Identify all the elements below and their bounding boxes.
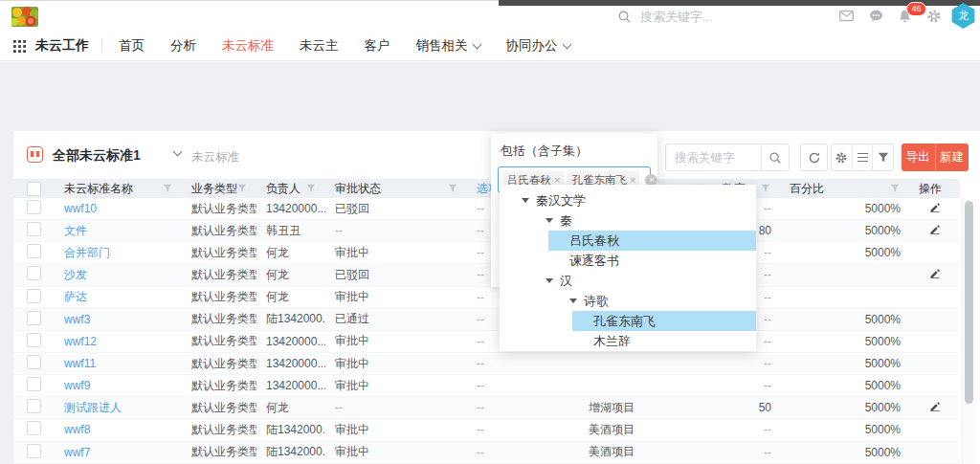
cell-status: -- (325, 224, 467, 237)
tree-expand-caret-icon[interactable] (569, 298, 577, 303)
row-checkbox[interactable] (27, 333, 41, 347)
nav-item-7[interactable]: 协同办公 (506, 37, 570, 55)
cell-status: -- (325, 401, 467, 414)
cell-value: 默认业务类型 (191, 312, 256, 325)
vertical-scrollbar-thumb[interactable] (965, 201, 973, 404)
column-filter-funnel-icon[interactable] (448, 184, 457, 193)
record-link[interactable]: 文件 (64, 224, 87, 237)
tree-node[interactable]: 谏逐客书 (548, 251, 756, 271)
global-search-input[interactable] (638, 9, 747, 25)
tree-node[interactable]: 木兰辞 (572, 331, 756, 351)
cell-action (909, 202, 960, 216)
nav-item-1[interactable]: 首页 (119, 37, 145, 55)
record-link[interactable]: wwf9 (64, 379, 90, 392)
record-link[interactable]: 萨达 (64, 290, 87, 303)
edit-icon[interactable] (929, 401, 941, 412)
column-filter-funnel-icon[interactable] (163, 184, 172, 193)
tree-node[interactable]: 诗歌 (548, 291, 756, 311)
row-checkbox[interactable] (27, 377, 41, 391)
row-checkbox[interactable] (27, 222, 41, 236)
record-link[interactable]: 沙发 (64, 268, 87, 281)
row-checkbox-cell (13, 333, 55, 350)
cell-name: 测试跟进人 (55, 400, 182, 416)
row-checkbox[interactable] (27, 399, 41, 413)
chevron-down-icon (472, 40, 481, 50)
cell-number: -- (713, 446, 780, 459)
cell-value: -- (764, 291, 771, 304)
cell-owner: 陆1342000... (256, 444, 325, 460)
record-link[interactable]: wwf7 (64, 446, 90, 459)
cell-value: 5000% (865, 224, 901, 237)
table-row: 测试跟进人默认业务类型何龙----增湖项目505000% (13, 397, 960, 419)
tree-node[interactable]: 秦汉文学 (501, 190, 756, 210)
nav-item-6[interactable]: 销售相关 (416, 37, 480, 55)
search-icon[interactable] (761, 144, 789, 170)
tree-node[interactable]: 汉 (524, 271, 756, 291)
cell-value: 5000% (865, 335, 901, 348)
row-checkbox[interactable] (27, 266, 41, 280)
settings-icon[interactable] (832, 144, 852, 170)
edit-icon[interactable] (929, 224, 941, 235)
row-checkbox[interactable] (27, 444, 41, 458)
cell-percent: 5000% (780, 246, 909, 259)
chat-icon[interactable] (868, 9, 884, 24)
row-checkbox-cell (13, 444, 55, 461)
row-checkbox[interactable] (27, 421, 41, 435)
nav-item-5[interactable]: 客户 (365, 37, 390, 55)
tree-node-label: 孔雀东南飞 (593, 313, 656, 330)
tree-node[interactable]: 吕氏春秋 (548, 231, 756, 251)
nav-item-label: 分析 (170, 37, 196, 55)
filter-icon[interactable] (872, 144, 893, 170)
tree-node[interactable]: 秦 (524, 210, 756, 231)
select-all-checkbox[interactable] (27, 182, 41, 196)
export-button[interactable]: 导出 (902, 144, 935, 171)
record-link[interactable]: 测试跟进人 (64, 401, 122, 414)
app-launcher-icon[interactable] (13, 40, 26, 53)
table-body: wwf10默认业务类型13420000...已驳回----5000%文件默认业务… (13, 198, 960, 464)
cell-owner: 何龙 (256, 400, 325, 416)
list-search-input[interactable] (666, 144, 761, 170)
list-view-icon[interactable] (852, 144, 873, 170)
table-row: 沙发默认业务类型何龙已驳回---- (13, 264, 960, 286)
column-filter-funnel-icon[interactable] (890, 184, 900, 193)
app-logo (11, 7, 38, 27)
record-link[interactable]: wwf10 (64, 202, 97, 215)
create-button[interactable]: 新建 (935, 144, 969, 171)
row-checkbox[interactable] (27, 200, 41, 214)
nav-item-label: 销售相关 (416, 37, 468, 55)
cell-value: 5000% (865, 313, 901, 326)
tree-expand-caret-icon[interactable] (546, 278, 553, 283)
column-filter-funnel-icon[interactable] (761, 184, 770, 193)
vertical-scrollbar[interactable] (962, 198, 976, 464)
record-link[interactable]: wwf12 (64, 335, 97, 348)
column-filter-funnel-icon[interactable] (237, 184, 247, 193)
edit-icon[interactable] (929, 268, 941, 279)
row-checkbox[interactable] (27, 311, 41, 325)
edit-icon[interactable] (929, 202, 941, 213)
record-link[interactable]: 合并部门 (64, 246, 110, 259)
nav-divider (101, 39, 102, 53)
record-link[interactable]: wwf11 (64, 357, 96, 370)
nav-item-3[interactable]: 未云标准 (222, 37, 274, 55)
cell-value: 增湖项目 (589, 401, 635, 414)
record-link[interactable]: wwf8 (64, 423, 90, 436)
refresh-button[interactable] (800, 144, 828, 171)
row-checkbox[interactable] (27, 289, 41, 303)
column-filter-funnel-icon[interactable] (306, 184, 316, 193)
cell-value: 默认业务类型 (191, 445, 256, 458)
nav-item-2[interactable]: 分析 (170, 37, 196, 55)
tree-expand-caret-icon[interactable] (522, 198, 529, 203)
user-avatar[interactable]: 龙 (950, 3, 976, 29)
table-row: wwf9默认业务类型13420000...审批中----5000% (13, 375, 960, 397)
view-switch-caret-icon[interactable] (173, 147, 183, 157)
view-title[interactable]: 全部未云标准1 (53, 147, 141, 165)
tree-expand-caret-icon[interactable] (546, 218, 553, 223)
nav-item-4[interactable]: 未云主 (300, 37, 339, 55)
row-checkbox[interactable] (27, 244, 41, 258)
record-link[interactable]: wwf3 (64, 313, 90, 326)
mail-icon[interactable] (838, 9, 855, 24)
cell-type: 默认业务类型 (182, 245, 256, 261)
tree-node[interactable]: 孔雀东南飞 (572, 311, 756, 331)
row-checkbox[interactable] (27, 355, 41, 369)
gear-icon[interactable] (926, 9, 943, 24)
